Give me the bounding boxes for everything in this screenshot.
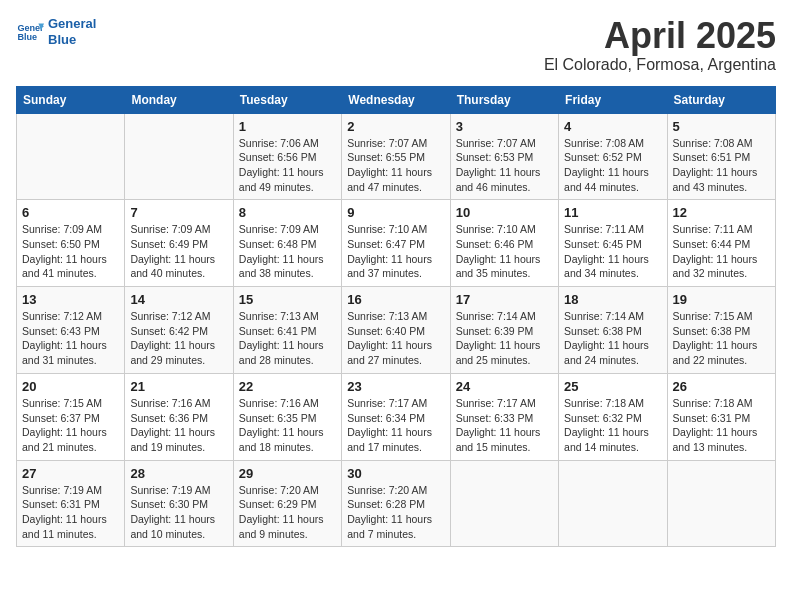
day-detail: Sunrise: 7:10 AMSunset: 6:46 PMDaylight:… (456, 222, 553, 281)
day-detail: Sunrise: 7:17 AMSunset: 6:34 PMDaylight:… (347, 396, 444, 455)
day-detail: Sunrise: 7:15 AMSunset: 6:37 PMDaylight:… (22, 396, 119, 455)
calendar-day-21: 21Sunrise: 7:16 AMSunset: 6:36 PMDayligh… (125, 373, 233, 460)
day-detail: Sunrise: 7:06 AMSunset: 6:56 PMDaylight:… (239, 136, 336, 195)
day-number: 12 (673, 205, 770, 220)
calendar-day-18: 18Sunrise: 7:14 AMSunset: 6:38 PMDayligh… (559, 287, 667, 374)
day-number: 9 (347, 205, 444, 220)
day-number: 18 (564, 292, 661, 307)
day-detail: Sunrise: 7:14 AMSunset: 6:38 PMDaylight:… (564, 309, 661, 368)
day-number: 23 (347, 379, 444, 394)
calendar-day-13: 13Sunrise: 7:12 AMSunset: 6:43 PMDayligh… (17, 287, 125, 374)
day-number: 22 (239, 379, 336, 394)
calendar-subtitle: El Colorado, Formosa, Argentina (544, 56, 776, 74)
day-detail: Sunrise: 7:08 AMSunset: 6:52 PMDaylight:… (564, 136, 661, 195)
day-number: 21 (130, 379, 227, 394)
day-detail: Sunrise: 7:13 AMSunset: 6:41 PMDaylight:… (239, 309, 336, 368)
calendar-day-20: 20Sunrise: 7:15 AMSunset: 6:37 PMDayligh… (17, 373, 125, 460)
calendar-day-16: 16Sunrise: 7:13 AMSunset: 6:40 PMDayligh… (342, 287, 450, 374)
svg-text:Blue: Blue (17, 32, 37, 42)
column-header-monday: Monday (125, 86, 233, 113)
day-detail: Sunrise: 7:12 AMSunset: 6:43 PMDaylight:… (22, 309, 119, 368)
day-detail: Sunrise: 7:19 AMSunset: 6:30 PMDaylight:… (130, 483, 227, 542)
day-number: 2 (347, 119, 444, 134)
calendar-day-6: 6Sunrise: 7:09 AMSunset: 6:50 PMDaylight… (17, 200, 125, 287)
day-number: 7 (130, 205, 227, 220)
calendar-week-row: 27Sunrise: 7:19 AMSunset: 6:31 PMDayligh… (17, 460, 776, 547)
calendar-table: SundayMondayTuesdayWednesdayThursdayFrid… (16, 86, 776, 548)
day-detail: Sunrise: 7:11 AMSunset: 6:44 PMDaylight:… (673, 222, 770, 281)
day-detail: Sunrise: 7:14 AMSunset: 6:39 PMDaylight:… (456, 309, 553, 368)
calendar-day-11: 11Sunrise: 7:11 AMSunset: 6:45 PMDayligh… (559, 200, 667, 287)
day-number: 6 (22, 205, 119, 220)
day-number: 10 (456, 205, 553, 220)
title-block: April 2025 El Colorado, Formosa, Argenti… (544, 16, 776, 74)
logo: General Blue GeneralBlue (16, 16, 96, 47)
calendar-day-empty (450, 460, 558, 547)
day-number: 24 (456, 379, 553, 394)
day-number: 4 (564, 119, 661, 134)
calendar-title: April 2025 (544, 16, 776, 56)
day-number: 13 (22, 292, 119, 307)
calendar-day-23: 23Sunrise: 7:17 AMSunset: 6:34 PMDayligh… (342, 373, 450, 460)
day-number: 16 (347, 292, 444, 307)
calendar-week-row: 6Sunrise: 7:09 AMSunset: 6:50 PMDaylight… (17, 200, 776, 287)
column-header-thursday: Thursday (450, 86, 558, 113)
day-number: 28 (130, 466, 227, 481)
day-number: 20 (22, 379, 119, 394)
day-number: 14 (130, 292, 227, 307)
day-number: 29 (239, 466, 336, 481)
day-number: 27 (22, 466, 119, 481)
calendar-day-19: 19Sunrise: 7:15 AMSunset: 6:38 PMDayligh… (667, 287, 775, 374)
day-detail: Sunrise: 7:08 AMSunset: 6:51 PMDaylight:… (673, 136, 770, 195)
calendar-week-row: 1Sunrise: 7:06 AMSunset: 6:56 PMDaylight… (17, 113, 776, 200)
day-number: 17 (456, 292, 553, 307)
day-detail: Sunrise: 7:16 AMSunset: 6:36 PMDaylight:… (130, 396, 227, 455)
calendar-day-3: 3Sunrise: 7:07 AMSunset: 6:53 PMDaylight… (450, 113, 558, 200)
day-detail: Sunrise: 7:11 AMSunset: 6:45 PMDaylight:… (564, 222, 661, 281)
calendar-day-2: 2Sunrise: 7:07 AMSunset: 6:55 PMDaylight… (342, 113, 450, 200)
day-detail: Sunrise: 7:15 AMSunset: 6:38 PMDaylight:… (673, 309, 770, 368)
calendar-week-row: 13Sunrise: 7:12 AMSunset: 6:43 PMDayligh… (17, 287, 776, 374)
day-detail: Sunrise: 7:18 AMSunset: 6:32 PMDaylight:… (564, 396, 661, 455)
day-number: 26 (673, 379, 770, 394)
calendar-day-empty (17, 113, 125, 200)
day-number: 11 (564, 205, 661, 220)
day-number: 3 (456, 119, 553, 134)
calendar-day-28: 28Sunrise: 7:19 AMSunset: 6:30 PMDayligh… (125, 460, 233, 547)
calendar-week-row: 20Sunrise: 7:15 AMSunset: 6:37 PMDayligh… (17, 373, 776, 460)
column-header-sunday: Sunday (17, 86, 125, 113)
day-number: 30 (347, 466, 444, 481)
day-detail: Sunrise: 7:09 AMSunset: 6:49 PMDaylight:… (130, 222, 227, 281)
calendar-day-14: 14Sunrise: 7:12 AMSunset: 6:42 PMDayligh… (125, 287, 233, 374)
calendar-day-7: 7Sunrise: 7:09 AMSunset: 6:49 PMDaylight… (125, 200, 233, 287)
day-detail: Sunrise: 7:20 AMSunset: 6:28 PMDaylight:… (347, 483, 444, 542)
calendar-day-30: 30Sunrise: 7:20 AMSunset: 6:28 PMDayligh… (342, 460, 450, 547)
day-detail: Sunrise: 7:12 AMSunset: 6:42 PMDaylight:… (130, 309, 227, 368)
calendar-day-22: 22Sunrise: 7:16 AMSunset: 6:35 PMDayligh… (233, 373, 341, 460)
day-detail: Sunrise: 7:09 AMSunset: 6:48 PMDaylight:… (239, 222, 336, 281)
day-detail: Sunrise: 7:19 AMSunset: 6:31 PMDaylight:… (22, 483, 119, 542)
day-detail: Sunrise: 7:07 AMSunset: 6:55 PMDaylight:… (347, 136, 444, 195)
day-number: 25 (564, 379, 661, 394)
calendar-day-empty (667, 460, 775, 547)
column-header-saturday: Saturday (667, 86, 775, 113)
calendar-day-29: 29Sunrise: 7:20 AMSunset: 6:29 PMDayligh… (233, 460, 341, 547)
calendar-day-25: 25Sunrise: 7:18 AMSunset: 6:32 PMDayligh… (559, 373, 667, 460)
day-detail: Sunrise: 7:09 AMSunset: 6:50 PMDaylight:… (22, 222, 119, 281)
calendar-day-4: 4Sunrise: 7:08 AMSunset: 6:52 PMDaylight… (559, 113, 667, 200)
column-header-wednesday: Wednesday (342, 86, 450, 113)
calendar-day-26: 26Sunrise: 7:18 AMSunset: 6:31 PMDayligh… (667, 373, 775, 460)
logo-icon: General Blue (16, 18, 44, 46)
day-detail: Sunrise: 7:20 AMSunset: 6:29 PMDaylight:… (239, 483, 336, 542)
page-header: General Blue GeneralBlue April 2025 El C… (16, 16, 776, 74)
day-number: 1 (239, 119, 336, 134)
calendar-day-24: 24Sunrise: 7:17 AMSunset: 6:33 PMDayligh… (450, 373, 558, 460)
day-detail: Sunrise: 7:13 AMSunset: 6:40 PMDaylight:… (347, 309, 444, 368)
day-number: 19 (673, 292, 770, 307)
calendar-day-empty (559, 460, 667, 547)
calendar-day-1: 1Sunrise: 7:06 AMSunset: 6:56 PMDaylight… (233, 113, 341, 200)
day-number: 5 (673, 119, 770, 134)
calendar-day-9: 9Sunrise: 7:10 AMSunset: 6:47 PMDaylight… (342, 200, 450, 287)
calendar-day-27: 27Sunrise: 7:19 AMSunset: 6:31 PMDayligh… (17, 460, 125, 547)
calendar-day-empty (125, 113, 233, 200)
